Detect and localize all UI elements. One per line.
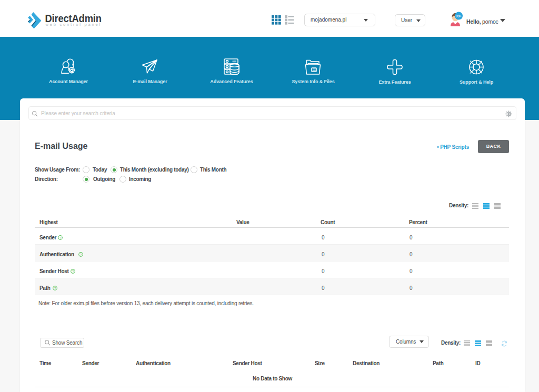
svg-text:?: ?: [59, 236, 62, 239]
svg-text:web control panel: web control panel: [45, 22, 102, 27]
svg-text:99+: 99+: [456, 14, 462, 18]
svg-text:?: ?: [72, 269, 74, 273]
svg-text:?: ?: [54, 286, 56, 290]
svg-text:?: ?: [80, 253, 82, 256]
